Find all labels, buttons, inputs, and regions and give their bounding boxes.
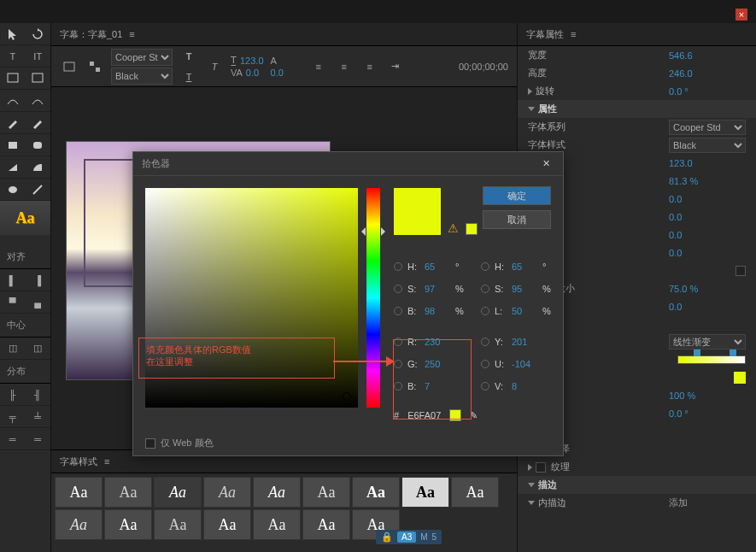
- text-tool[interactable]: T: [0, 45, 26, 67]
- path-text-tool-2[interactable]: [26, 90, 51, 111]
- title-tab[interactable]: 字幕：字幕_01 ≡: [51, 23, 517, 46]
- dist-6[interactable]: ═: [26, 428, 51, 449]
- btn-add-stroke[interactable]: 添加: [669, 496, 746, 509]
- style-swatch[interactable]: Aa: [302, 509, 350, 540]
- val-r3[interactable]: 0.0: [669, 194, 746, 204]
- val-r5[interactable]: 0.0: [669, 230, 746, 240]
- warning-icon[interactable]: ⚠: [448, 221, 459, 235]
- val-angle[interactable]: 0.0 °: [669, 408, 746, 419]
- style-swatch[interactable]: Aa: [203, 477, 251, 508]
- templates-icon[interactable]: [60, 57, 79, 76]
- radio-h[interactable]: [394, 262, 402, 271]
- val-h[interactable]: 65: [425, 261, 450, 272]
- align-right[interactable]: ▐: [26, 269, 51, 291]
- arrow-tool[interactable]: [0, 23, 26, 44]
- arc-tool[interactable]: [26, 156, 51, 178]
- val-h2[interactable]: 65: [512, 261, 537, 272]
- style-swatch[interactable]: Aa: [55, 477, 103, 508]
- val-opacity[interactable]: 100 %: [669, 391, 746, 401]
- center-v[interactable]: ◫: [26, 338, 51, 359]
- val-s[interactable]: 97: [425, 284, 450, 294]
- line-tool[interactable]: [26, 179, 51, 200]
- val-r4[interactable]: 0.0: [669, 212, 746, 222]
- chk-texture[interactable]: [536, 462, 546, 473]
- tab-5[interactable]: 5: [432, 532, 437, 542]
- hex-value[interactable]: E6FA07: [407, 410, 441, 420]
- bold-icon[interactable]: T: [179, 47, 198, 66]
- italic-icon[interactable]: T: [205, 57, 224, 76]
- center-h[interactable]: ◫: [0, 338, 26, 359]
- radio-y[interactable]: [481, 338, 489, 346]
- gradient-bar[interactable]: [677, 355, 746, 364]
- val-r1[interactable]: 123.0: [669, 158, 746, 168]
- radio-g[interactable]: [394, 360, 402, 368]
- close-icon[interactable]: ✕: [542, 158, 554, 170]
- menu-icon[interactable]: ≡: [104, 456, 113, 467]
- radio-u[interactable]: [481, 360, 489, 368]
- tracking-value[interactable]: 0.0: [271, 68, 284, 78]
- radio-l[interactable]: [481, 307, 489, 315]
- dist-4[interactable]: ╧: [26, 406, 51, 427]
- font-weight-select[interactable]: Black: [111, 68, 173, 85]
- radio-s[interactable]: [394, 285, 402, 293]
- val-bv[interactable]: 7: [425, 381, 450, 391]
- val-font-style[interactable]: Black: [669, 138, 746, 153]
- val-r2[interactable]: 81.3 %: [669, 176, 746, 186]
- dist-5[interactable]: ═: [0, 428, 26, 449]
- radio-b[interactable]: [394, 307, 402, 315]
- style-swatch[interactable]: Aa: [203, 509, 251, 540]
- radio-r[interactable]: [394, 338, 402, 346]
- cancel-button[interactable]: 取消: [483, 210, 551, 229]
- wedge-tool[interactable]: [0, 156, 26, 178]
- snap-icon[interactable]: [85, 57, 104, 76]
- align-c-icon[interactable]: ≡: [335, 57, 354, 76]
- section-stroke[interactable]: 描边: [538, 479, 557, 491]
- val-u[interactable]: -104: [512, 359, 537, 369]
- align-bottom[interactable]: ▄: [26, 291, 51, 313]
- tab-m[interactable]: M: [420, 532, 427, 542]
- align-l-icon[interactable]: ≡: [309, 57, 328, 76]
- val-font-family[interactable]: Cooper Std: [669, 120, 746, 135]
- style-swatch[interactable]: Aa: [55, 509, 103, 540]
- val-width[interactable]: 546.6: [669, 50, 746, 61]
- tab-icon[interactable]: ⇥: [386, 57, 405, 76]
- rectangle-tool[interactable]: [0, 134, 26, 156]
- val-y[interactable]: 201: [512, 337, 537, 347]
- rotate-tool[interactable]: [26, 23, 51, 44]
- val-smallcaps-size[interactable]: 75.0 %: [669, 284, 746, 294]
- underline-icon[interactable]: T: [179, 68, 198, 86]
- style-swatch[interactable]: Aa: [104, 477, 152, 508]
- val-r6[interactable]: 0.0: [669, 248, 746, 258]
- radio-h2[interactable]: [481, 262, 489, 271]
- menu-icon[interactable]: ≡: [571, 29, 579, 39]
- type-styles-icon[interactable]: Aa: [0, 201, 50, 235]
- tab-a3[interactable]: A3: [397, 531, 416, 543]
- radio-bv[interactable]: [394, 382, 402, 391]
- val-r7[interactable]: 0.0: [669, 302, 746, 312]
- style-swatch[interactable]: Aa: [104, 509, 152, 540]
- web-only-checkbox[interactable]: [145, 438, 155, 449]
- hue-slider[interactable]: [366, 188, 380, 408]
- area-text-tool[interactable]: [0, 68, 26, 89]
- val-fill-type[interactable]: 线性渐变: [669, 334, 746, 349]
- style-swatch[interactable]: Aa: [154, 509, 202, 540]
- val-rotation[interactable]: 0.0 °: [669, 86, 746, 97]
- font-size-value[interactable]: 123.0: [240, 56, 264, 66]
- val-r[interactable]: 230: [425, 337, 450, 347]
- style-swatch[interactable]: Aa: [253, 509, 301, 540]
- val-g[interactable]: 250: [425, 359, 450, 369]
- menu-icon[interactable]: ≡: [129, 29, 138, 39]
- align-r-icon[interactable]: ≡: [360, 57, 379, 76]
- style-swatch[interactable]: Aa: [253, 477, 301, 508]
- rounded-rect-tool[interactable]: [26, 134, 51, 156]
- dist-3[interactable]: ╤: [0, 406, 26, 427]
- pen-tool-alt[interactable]: [26, 112, 51, 133]
- path-text-tool[interactable]: [0, 90, 26, 111]
- lock-icon[interactable]: 🔒: [381, 531, 393, 543]
- dist-1[interactable]: ╟: [0, 384, 26, 405]
- eyedropper-icon[interactable]: ✎: [470, 410, 478, 421]
- val-height[interactable]: 246.0: [669, 68, 746, 79]
- style-swatch[interactable]: Aa: [352, 477, 400, 508]
- val-s2[interactable]: 95: [512, 284, 537, 294]
- style-swatch[interactable]: Aa: [302, 477, 350, 508]
